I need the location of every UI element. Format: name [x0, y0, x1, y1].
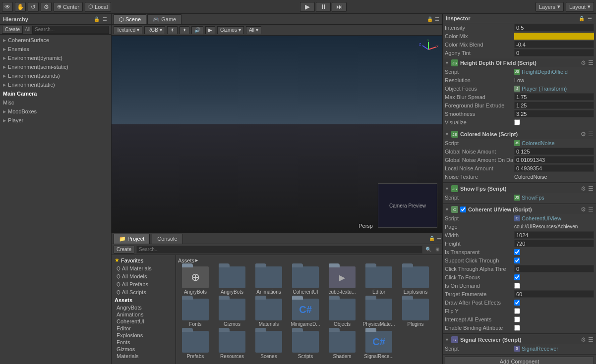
sidebar-item-fonts[interactable]: Fonts [112, 339, 176, 346]
asset-item-physicsmaterial[interactable]: PhysicsMate... [361, 298, 396, 328]
hierarchy-lock-button[interactable]: 🔒 [93, 16, 101, 22]
bottom-menu-button[interactable]: ☰ [436, 236, 442, 241]
anim-button[interactable]: ▶ [205, 26, 215, 34]
hd-smoothness-input[interactable] [514, 110, 594, 117]
bottom-icon2-button[interactable]: ⊞ [434, 247, 440, 252]
list-item[interactable]: Player [0, 116, 111, 125]
co-width-input[interactable] [514, 231, 594, 239]
list-item[interactable]: Environment(semi-static) [0, 62, 111, 71]
color-mix-swatch[interactable] [514, 33, 594, 40]
co-on-demand-checkbox[interactable] [514, 283, 520, 289]
layout-dropdown[interactable]: Layout ▾ [566, 2, 594, 12]
list-item[interactable]: Environment(dynamic) [0, 53, 111, 62]
fx-button[interactable]: ✦ [179, 26, 189, 34]
co-menu-button[interactable]: ☰ [588, 206, 594, 213]
list-item[interactable]: MoodBoxes [0, 107, 111, 116]
asset-item-angrybots-logo[interactable]: ⊕ AngryBots [178, 265, 213, 296]
audio-button[interactable]: 🔊 [191, 26, 203, 34]
co-click-through-checkbox[interactable] [514, 258, 520, 263]
layers-dropdown[interactable]: Layers ▾ [536, 2, 564, 12]
hd-script-value[interactable]: HeightDepthOffield [522, 69, 568, 75]
list-item[interactable]: Environment(sounds) [0, 71, 111, 80]
hd-foreground-input[interactable] [514, 102, 594, 109]
cn-settings-button[interactable]: ⚙ [580, 131, 587, 138]
cn-global-noise-input[interactable] [514, 148, 594, 155]
center-button[interactable]: ⊕ Center [54, 2, 83, 12]
height-depth-menu-button[interactable]: ☰ [588, 59, 594, 66]
viewport-lock-button[interactable]: 🔒 [426, 16, 434, 22]
hierarchy-search-input[interactable] [32, 26, 109, 34]
step-button[interactable]: ⏭ [332, 2, 347, 12]
sidebar-item-coherentui[interactable]: CoherentUI [112, 318, 176, 325]
list-item[interactable]: Environment(static) [0, 80, 111, 89]
cn-global-noise-da-input[interactable] [514, 156, 594, 163]
sidebar-item-gizmos[interactable]: Gizmos [112, 346, 176, 353]
console-tab[interactable]: Console [152, 234, 182, 244]
asset-item-gizmos[interactable]: Gizmos [215, 298, 249, 328]
settings-button[interactable]: ⚙ [41, 2, 52, 12]
co-script-value[interactable]: CoherentUIView [522, 215, 561, 221]
sidebar-item-animations[interactable]: Animations [112, 311, 176, 318]
co-framerate-input[interactable] [514, 290, 594, 298]
asset-item-plugins[interactable]: Plugins [398, 298, 433, 328]
color-mix-blend-input[interactable] [514, 41, 594, 48]
sidebar-item-angrybots[interactable]: AngryBots [112, 304, 176, 311]
viewport-menu-button[interactable]: ☰ [434, 16, 440, 22]
sidebar-item-all-materials[interactable]: Q All Materials [112, 264, 176, 272]
sf-script-value[interactable]: ShowFps [522, 195, 544, 201]
sidebar-item-all-models[interactable]: Q All Models [112, 272, 176, 280]
cn-menu-button[interactable]: ☰ [588, 131, 594, 138]
coherent-checkbox[interactable] [460, 207, 466, 212]
agony-tint-input[interactable] [514, 49, 594, 56]
asset-item-coherentui[interactable]: CoherentUI [288, 265, 323, 296]
rgb-dropdown[interactable]: RGB ▾ [144, 26, 165, 34]
asset-item-scripts[interactable]: Scripts [288, 330, 323, 360]
co-draw-after-checkbox[interactable] [514, 300, 520, 306]
cn-script-value[interactable]: ColoredNoise [522, 140, 555, 146]
asset-item-fonts[interactable]: Fonts [178, 298, 213, 328]
list-item[interactable]: Enemies [0, 45, 111, 53]
asset-item-minigame[interactable]: C# MinigameD... [288, 298, 323, 328]
viewport-canvas[interactable]: X Y Z Camera Preview Persp [112, 36, 442, 233]
list-item[interactable]: Misc [0, 98, 111, 107]
asset-item-animations[interactable]: Animations [251, 265, 286, 296]
pause-button[interactable]: ⏸ [316, 2, 331, 12]
hd-object-focus-value[interactable]: Player (Transform) [522, 86, 567, 92]
show-fps-header[interactable]: ▼ JS Show Fps (Script) ⚙ ☰ [443, 184, 596, 193]
project-tab[interactable]: 📁 Project [114, 234, 150, 244]
co-settings-button[interactable]: ⚙ [580, 206, 587, 213]
co-binding-checkbox[interactable] [514, 325, 520, 331]
hand-button[interactable]: ✋ [15, 2, 26, 12]
asset-item-cube-texture[interactable]: ▶ cube-textu... [325, 265, 359, 296]
asset-item-signalreceiver[interactable]: C# SignalRece... [361, 330, 396, 360]
sidebar-item-materials[interactable]: Materials [112, 353, 176, 360]
co-intercept-checkbox[interactable] [514, 316, 520, 322]
add-component-button[interactable]: Add Component [445, 357, 594, 364]
sr-script-value[interactable]: SignalReceiver [522, 346, 558, 352]
sidebar-item-all-scripts[interactable]: Q All Scripts [112, 288, 176, 296]
coherent-header[interactable]: ▼ C Coherent UIView (Script) ⚙ ☰ [443, 205, 596, 214]
hierarchy-menu-button[interactable]: ☰ [102, 16, 108, 22]
hd-max-blur-input[interactable] [514, 93, 594, 101]
asset-item-prefabs[interactable]: Prefabs [178, 330, 213, 360]
project-create-button[interactable]: Create [114, 246, 134, 254]
asset-item-shaders[interactable]: Shaders [325, 330, 359, 360]
sidebar-item-all-prefabs[interactable]: Q All Prefabs [112, 280, 176, 288]
asset-item-editor[interactable]: Editor [361, 265, 396, 296]
textured-dropdown[interactable]: Textured ▾ [114, 26, 142, 34]
sf-menu-button[interactable]: ☰ [588, 185, 594, 192]
all-dropdown[interactable]: All ▾ [246, 26, 261, 34]
main-camera-item[interactable]: Main Camera [0, 89, 111, 98]
inspector-menu-button[interactable]: ☰ [587, 16, 593, 21]
sr-settings-button[interactable]: ⚙ [580, 336, 587, 343]
sf-settings-button[interactable]: ⚙ [580, 185, 587, 192]
asset-item-angrybots[interactable]: AngryBots [215, 265, 249, 296]
asset-item-resources[interactable]: Resources [215, 330, 249, 360]
hierarchy-create-button[interactable]: Create [2, 26, 23, 34]
intensity-input[interactable] [514, 24, 594, 31]
local-button[interactable]: ⬡ Local [85, 2, 111, 12]
asset-item-objects[interactable]: Objects [325, 298, 359, 328]
project-search-input[interactable] [136, 246, 422, 254]
asset-item-explosions[interactable]: Explosions [398, 265, 433, 296]
height-depth-settings-button[interactable]: ⚙ [580, 59, 587, 66]
